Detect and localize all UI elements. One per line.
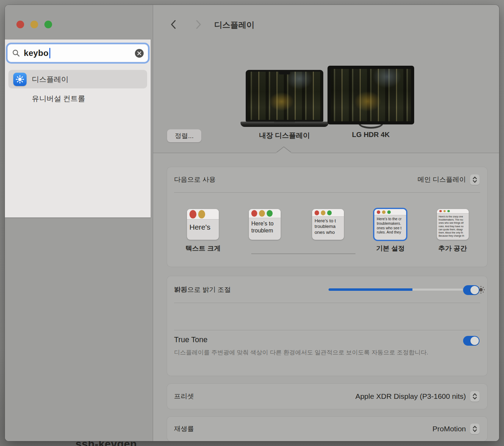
display-brightness-icon bbox=[13, 73, 27, 86]
refresh-rate-card: 재생률 ProMotion bbox=[167, 417, 487, 441]
text-cursor bbox=[49, 48, 50, 58]
mini-yellow-dot bbox=[198, 210, 205, 218]
slider-fill bbox=[329, 288, 412, 291]
search-icon bbox=[12, 49, 20, 57]
use-as-row: 다음으로 사용 메인 디스플레이 bbox=[167, 167, 487, 192]
search-query-text: keybo bbox=[24, 48, 49, 58]
brightness-card: 밝기 bbox=[167, 276, 487, 376]
refresh-rate-value: ProMotion bbox=[432, 425, 466, 433]
mini-red-dot bbox=[189, 210, 196, 218]
mini-titlebar bbox=[187, 209, 219, 220]
preset-row: 프리셋 Apple XDR Display (P3-1600 nits) bbox=[167, 384, 487, 409]
zoom-window-button[interactable] bbox=[44, 21, 52, 28]
mini-titlebar bbox=[374, 209, 406, 215]
use-as-value: 메인 디스플레이 bbox=[418, 175, 466, 184]
toggle-knob bbox=[470, 286, 479, 294]
mini-preview-text: Here's to the crazy one troublemakers. T… bbox=[437, 214, 469, 237]
refresh-rate-label: 재생률 bbox=[174, 424, 194, 433]
system-settings-window: keybo bbox=[5, 5, 499, 441]
back-button[interactable] bbox=[168, 20, 178, 29]
mini-green-dot bbox=[387, 210, 391, 214]
mini-preview-text: Here's bbox=[187, 220, 219, 232]
mini-preview-text: Here's to t troublema ones who bbox=[312, 217, 344, 235]
true-tone-description: 디스플레이를 주변광에 맞춰 색상이 다른 환경에서도 일관적으로 보이도록 자… bbox=[174, 348, 440, 357]
brightness-slider bbox=[329, 276, 480, 303]
monitor-wallpaper bbox=[331, 69, 411, 121]
true-tone-toggle[interactable] bbox=[463, 336, 480, 346]
close-window-button[interactable] bbox=[16, 21, 24, 28]
auto-brightness-toggle[interactable] bbox=[463, 285, 480, 295]
use-as-dropdown[interactable] bbox=[470, 174, 480, 185]
mini-titlebar bbox=[437, 209, 469, 214]
mini-titlebar bbox=[312, 209, 344, 217]
scaling-middle-line bbox=[251, 253, 355, 254]
mini-yellow-dot bbox=[321, 210, 325, 215]
preset-label: 프리셋 bbox=[174, 392, 194, 401]
sidebar-item-label: 유니버설 컨트롤 bbox=[32, 94, 85, 103]
auto-brightness-label: 자동으로 밝기 조절 bbox=[174, 285, 231, 294]
laptop-notch bbox=[279, 72, 290, 74]
sidebar: keybo bbox=[5, 5, 153, 441]
refresh-rate-dropdown[interactable] bbox=[470, 424, 480, 434]
search-results-popover: keybo bbox=[5, 39, 151, 217]
scaling-option-default-selected[interactable]: Here's to the cr troublemakers. ones who… bbox=[374, 209, 406, 240]
scaling-option-2[interactable]: Here's to troublem bbox=[249, 209, 281, 240]
mini-titlebar bbox=[249, 209, 281, 218]
builtin-display-label: 내장 디스플레이 bbox=[237, 131, 332, 140]
selected-display-pointer bbox=[276, 147, 291, 153]
preset-dropdown[interactable] bbox=[470, 391, 480, 402]
sidebar-item-display[interactable]: 디스플레이 bbox=[8, 70, 147, 88]
use-as-card: 다음으로 사용 메인 디스플레이 Here's Here's to troubl… bbox=[167, 167, 487, 267]
scaling-label-default: 기본 설정 bbox=[359, 244, 422, 253]
refresh-rate-row: 재생률 ProMotion bbox=[167, 417, 487, 441]
mini-green-dot bbox=[267, 210, 273, 217]
settings-panel: 다음으로 사용 메인 디스플레이 Here's Here's to troubl… bbox=[153, 153, 499, 441]
scaling-label-more-space: 추가 공간 bbox=[421, 244, 484, 253]
true-tone-label: True Tone bbox=[174, 336, 208, 344]
card-divider bbox=[174, 303, 480, 303]
mini-green-dot bbox=[447, 210, 450, 213]
scaling-option-3[interactable]: Here's to t troublema ones who bbox=[312, 209, 344, 240]
laptop-base bbox=[240, 122, 329, 127]
toggle-knob bbox=[470, 337, 479, 345]
mini-red-dot bbox=[251, 210, 257, 217]
card-divider bbox=[174, 330, 480, 330]
preset-card: 프리셋 Apple XDR Display (P3-1600 nits) bbox=[167, 384, 487, 409]
mini-preview-text: Here's to troublem bbox=[249, 218, 281, 234]
sidebar-item-universal-control[interactable]: 유니버설 컨트롤 bbox=[32, 93, 85, 104]
sidebar-item-label: 디스플레이 bbox=[32, 74, 69, 84]
arrange-displays-button[interactable]: 정렬... bbox=[167, 129, 201, 142]
mini-red-dot bbox=[439, 210, 442, 213]
preset-value: Apple XDR Display (P3-1600 nits) bbox=[355, 392, 466, 401]
mini-yellow-dot bbox=[444, 210, 446, 213]
mini-preview-text: Here's to the cr troublemakers. ones who… bbox=[374, 215, 406, 235]
scaling-option-more-space[interactable]: Here's to the crazy one troublemakers. T… bbox=[437, 209, 469, 240]
minimize-window-button[interactable] bbox=[30, 21, 38, 28]
card-divider bbox=[174, 192, 480, 193]
mini-yellow-dot bbox=[382, 210, 386, 214]
mini-green-dot bbox=[327, 210, 332, 215]
use-as-label: 다음으로 사용 bbox=[174, 175, 216, 184]
external-display-label: LG HDR 4K bbox=[323, 131, 418, 139]
mini-red-dot bbox=[315, 210, 319, 215]
external-display-thumbnail[interactable] bbox=[327, 66, 414, 124]
scaling-label-larger-text: 텍스트 크게 bbox=[172, 244, 235, 253]
search-input[interactable]: keybo bbox=[7, 44, 148, 62]
builtin-display-thumbnail[interactable] bbox=[246, 70, 323, 122]
forward-button[interactable] bbox=[194, 20, 203, 29]
scaling-option-larger-text[interactable]: Here's bbox=[187, 209, 219, 240]
page-title: 디스플레이 bbox=[214, 20, 254, 30]
clear-search-button[interactable] bbox=[135, 49, 144, 58]
mini-red-dot bbox=[377, 210, 380, 214]
mini-yellow-dot bbox=[259, 210, 265, 217]
